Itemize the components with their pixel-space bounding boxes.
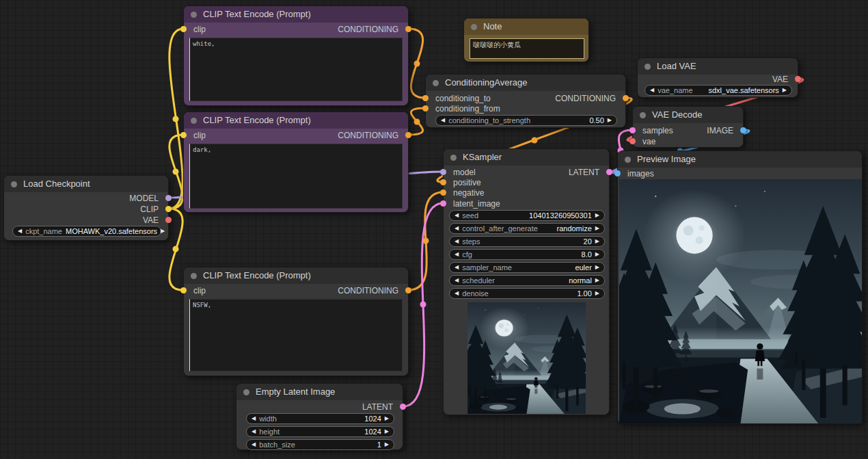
output-port-vae[interactable] bbox=[795, 76, 801, 82]
node-collapse-dot[interactable] bbox=[471, 24, 477, 30]
decrement-arrow-icon[interactable]: ◀ bbox=[455, 236, 459, 247]
node-note[interactable]: Note 啵啵啵的小黄瓜 bbox=[463, 18, 589, 62]
input-port-clip[interactable] bbox=[180, 26, 187, 32]
output-port-conditioning[interactable] bbox=[405, 132, 411, 138]
increment-arrow-icon[interactable]: ▶ bbox=[385, 426, 389, 437]
decrement-arrow-icon[interactable]: ◀ bbox=[18, 226, 22, 237]
node-titlebar[interactable]: VAE Decode bbox=[633, 107, 743, 123]
widget-width[interactable]: ◀ width 1024 ▶ bbox=[246, 413, 394, 424]
input-port-clip[interactable] bbox=[180, 132, 187, 138]
decrement-arrow-icon[interactable]: ◀ bbox=[252, 413, 256, 424]
output-port-model[interactable] bbox=[165, 195, 172, 201]
increment-arrow-icon[interactable]: ▶ bbox=[385, 439, 389, 450]
node-titlebar[interactable]: CLIP Text Encode (Prompt) bbox=[184, 6, 408, 23]
input-port-conditioning-to[interactable] bbox=[422, 95, 429, 101]
output-port-vae[interactable] bbox=[165, 217, 172, 223]
output-port-latent[interactable] bbox=[400, 404, 406, 410]
widget-conditioning-to-strength[interactable]: ◀ conditioning_to_strength 0.50 ▶ bbox=[435, 115, 617, 126]
output-port-conditioning[interactable] bbox=[405, 287, 411, 293]
widget-ckpt-name[interactable]: ◀ ckpt_name MOHAWK_v20.safetensors ▶ bbox=[12, 226, 161, 237]
output-port-conditioning[interactable] bbox=[623, 95, 629, 101]
input-port-clip[interactable] bbox=[180, 287, 187, 293]
increment-arrow-icon[interactable]: ▶ bbox=[595, 210, 599, 221]
node-titlebar[interactable]: ConditioningAverage bbox=[426, 75, 625, 91]
node-titlebar[interactable]: Load Checkpoint bbox=[4, 176, 168, 192]
widget-sampler-name[interactable]: ◀ sampler_name euler ▶ bbox=[449, 262, 605, 273]
input-port-samples[interactable] bbox=[629, 127, 636, 133]
node-conditioning-average[interactable]: ConditioningAverage conditioning_to cond… bbox=[425, 74, 626, 128]
widget-scheduler[interactable]: ◀ scheduler normal ▶ bbox=[449, 275, 605, 286]
increment-arrow-icon[interactable]: ▶ bbox=[595, 249, 599, 260]
decrement-arrow-icon[interactable]: ◀ bbox=[455, 210, 459, 221]
node-collapse-dot[interactable] bbox=[191, 273, 197, 279]
node-collapse-dot[interactable] bbox=[433, 80, 439, 86]
node-clip-text-encode-3[interactable]: CLIP Text Encode (Prompt) clip CONDITION… bbox=[183, 267, 409, 376]
node-titlebar[interactable]: KSampler bbox=[444, 149, 609, 166]
prompt-textarea[interactable]: white, bbox=[189, 38, 403, 101]
decrement-arrow-icon[interactable]: ◀ bbox=[252, 439, 256, 450]
increment-arrow-icon[interactable]: ▶ bbox=[595, 223, 599, 234]
increment-arrow-icon[interactable]: ▶ bbox=[161, 226, 165, 237]
output-port-clip[interactable] bbox=[165, 206, 172, 212]
increment-arrow-icon[interactable]: ▶ bbox=[595, 262, 599, 273]
widget-height[interactable]: ◀ height 1024 ▶ bbox=[246, 426, 394, 437]
node-ksampler[interactable]: KSampler model positive negative latent_… bbox=[443, 148, 610, 415]
node-canvas[interactable]: { "icons": { "left_arrow": "◀", "right_a… bbox=[0, 0, 868, 459]
node-clip-text-encode-1[interactable]: CLIP Text Encode (Prompt) clip CONDITION… bbox=[183, 5, 409, 106]
input-port-vae[interactable] bbox=[629, 138, 636, 144]
node-empty-latent-image[interactable]: Empty Latent Image LATENT ◀ width 1024 ▶… bbox=[236, 383, 403, 450]
widget-seed[interactable]: ◀ seed 104013260950301 ▶ bbox=[449, 210, 605, 221]
output-port-conditioning[interactable] bbox=[405, 26, 411, 32]
prompt-textarea[interactable]: NSFW, bbox=[189, 299, 403, 371]
node-collapse-dot[interactable] bbox=[191, 118, 197, 124]
increment-arrow-icon[interactable]: ▶ bbox=[783, 85, 787, 96]
node-collapse-dot[interactable] bbox=[243, 389, 249, 395]
decrement-arrow-icon[interactable]: ◀ bbox=[455, 223, 459, 234]
widget-cfg[interactable]: ◀ cfg 8.0 ▶ bbox=[449, 249, 605, 260]
node-load-checkpoint[interactable]: Load Checkpoint MODEL CLIP VAE ◀ ckpt_na… bbox=[3, 175, 169, 241]
node-load-vae[interactable]: Load VAE VAE ◀ vae_name sdxl_vae.safeten… bbox=[637, 57, 798, 98]
decrement-arrow-icon[interactable]: ◀ bbox=[441, 115, 445, 126]
increment-arrow-icon[interactable]: ▶ bbox=[608, 115, 612, 126]
input-port-conditioning-from[interactable] bbox=[422, 105, 429, 112]
node-preview-image[interactable]: Preview Image images bbox=[617, 150, 863, 424]
node-titlebar[interactable]: Load VAE bbox=[638, 58, 798, 75]
widget-denoise[interactable]: ◀ denoise 1.00 ▶ bbox=[449, 288, 605, 299]
decrement-arrow-icon[interactable]: ◀ bbox=[455, 262, 459, 273]
node-titlebar[interactable]: CLIP Text Encode (Prompt) bbox=[184, 112, 408, 129]
node-titlebar[interactable]: Empty Latent Image bbox=[236, 384, 403, 400]
increment-arrow-icon[interactable]: ▶ bbox=[385, 413, 389, 424]
increment-arrow-icon[interactable]: ▶ bbox=[595, 275, 599, 286]
input-port-negative[interactable] bbox=[440, 189, 446, 196]
prompt-textarea[interactable]: dark, bbox=[189, 144, 403, 209]
node-collapse-dot[interactable] bbox=[625, 157, 631, 163]
increment-arrow-icon[interactable]: ▶ bbox=[595, 236, 599, 247]
node-vae-decode[interactable]: VAE Decode samples vae IMAGE bbox=[632, 106, 744, 148]
widget-vae-name[interactable]: ◀ vae_name sdxl_vae.safetensors ▶ bbox=[645, 85, 792, 96]
node-titlebar[interactable]: Preview Image bbox=[618, 151, 862, 168]
note-textarea[interactable]: 啵啵啵的小黄瓜 bbox=[470, 38, 584, 59]
input-port-model[interactable] bbox=[440, 169, 446, 175]
node-collapse-dot[interactable] bbox=[191, 12, 197, 18]
node-collapse-dot[interactable] bbox=[640, 112, 646, 118]
increment-arrow-icon[interactable]: ▶ bbox=[595, 288, 599, 299]
widget-steps[interactable]: ◀ steps 20 ▶ bbox=[449, 236, 605, 247]
node-clip-text-encode-2[interactable]: CLIP Text Encode (Prompt) clip CONDITION… bbox=[183, 112, 409, 213]
decrement-arrow-icon[interactable]: ◀ bbox=[252, 426, 256, 437]
node-titlebar[interactable]: CLIP Text Encode (Prompt) bbox=[184, 267, 408, 284]
node-collapse-dot[interactable] bbox=[645, 64, 651, 70]
input-port-positive[interactable] bbox=[440, 179, 446, 185]
decrement-arrow-icon[interactable]: ◀ bbox=[455, 288, 459, 299]
decrement-arrow-icon[interactable]: ◀ bbox=[650, 85, 654, 96]
node-collapse-dot[interactable] bbox=[450, 155, 457, 161]
input-port-images[interactable] bbox=[614, 170, 621, 176]
widget-batch-size[interactable]: ◀ batch_size 1 ▶ bbox=[246, 439, 394, 450]
node-titlebar[interactable]: Note bbox=[464, 18, 588, 35]
decrement-arrow-icon[interactable]: ◀ bbox=[455, 275, 459, 286]
decrement-arrow-icon[interactable]: ◀ bbox=[455, 249, 459, 260]
input-port-latent-image[interactable] bbox=[440, 200, 446, 207]
widget-control-after-generate[interactable]: ◀ control_after_generate randomize ▶ bbox=[449, 223, 605, 234]
output-port-latent[interactable] bbox=[606, 169, 612, 175]
output-port-image[interactable] bbox=[740, 127, 746, 133]
node-collapse-dot[interactable] bbox=[11, 181, 17, 187]
